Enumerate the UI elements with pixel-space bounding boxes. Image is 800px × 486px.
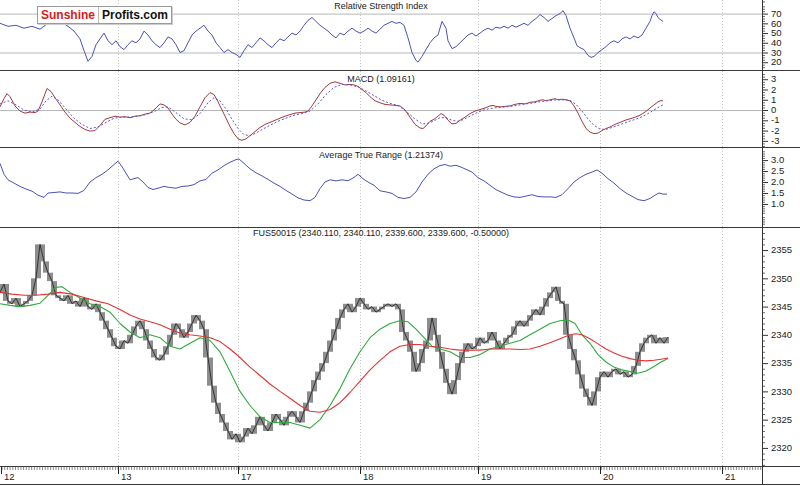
svg-text:-3: -3 bbox=[771, 135, 779, 146]
svg-text:21: 21 bbox=[725, 471, 736, 482]
macd-panel-title: MACD (1.09161) bbox=[347, 74, 415, 84]
svg-text:12: 12 bbox=[4, 471, 15, 482]
svg-text:13: 13 bbox=[121, 471, 132, 482]
svg-text:20: 20 bbox=[603, 471, 614, 482]
svg-text:2355: 2355 bbox=[771, 244, 792, 255]
sunshineprofits-logo[interactable]: Sunshine Profits.com bbox=[37, 6, 172, 24]
svg-text:19: 19 bbox=[481, 471, 492, 482]
chart-canvas: 7060504030203210-1-2-33.02.52.01.51.0235… bbox=[0, 0, 800, 486]
rsi-panel-title: Relative Strength Index bbox=[334, 1, 428, 11]
svg-text:2320: 2320 bbox=[771, 442, 792, 453]
atr-panel-plot[interactable] bbox=[0, 148, 762, 227]
bottom-axis: 12131718192021 bbox=[2, 467, 761, 483]
svg-text:17: 17 bbox=[241, 471, 252, 482]
svg-text:2.0: 2.0 bbox=[771, 176, 784, 187]
svg-text:2325: 2325 bbox=[771, 414, 792, 425]
main-panel-title: FUS50015 (2340.110, 2340.110, 2339.600, … bbox=[253, 228, 509, 238]
svg-text:2330: 2330 bbox=[771, 386, 792, 397]
logo-sunshine-text: Sunshine bbox=[38, 7, 99, 23]
svg-text:18: 18 bbox=[363, 471, 374, 482]
svg-text:2340: 2340 bbox=[771, 329, 792, 340]
right-axis: 7060504030203210-1-2-33.02.52.01.51.0235… bbox=[762, 0, 792, 485]
svg-text:2345: 2345 bbox=[771, 301, 792, 312]
svg-text:20: 20 bbox=[771, 56, 782, 67]
svg-text:1.5: 1.5 bbox=[771, 187, 784, 198]
svg-text:1.0: 1.0 bbox=[771, 198, 784, 209]
svg-text:3.0: 3.0 bbox=[771, 154, 784, 165]
chart-window: 7060504030203210-1-2-33.02.52.01.51.0235… bbox=[0, 0, 800, 486]
atr-panel-title: Average True Range (1.21374) bbox=[319, 150, 443, 160]
main-panel-plot[interactable] bbox=[0, 228, 762, 466]
svg-text:2350: 2350 bbox=[771, 273, 792, 284]
svg-text:2.5: 2.5 bbox=[771, 165, 784, 176]
logo-profits-text: Profits.com bbox=[99, 7, 171, 23]
svg-text:2335: 2335 bbox=[771, 357, 792, 368]
